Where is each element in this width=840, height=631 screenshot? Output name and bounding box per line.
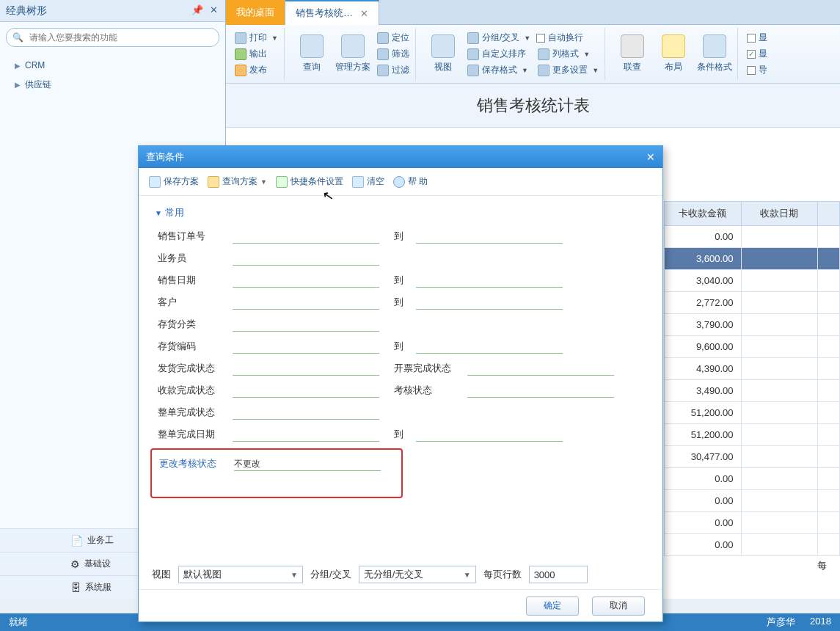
pin-icon[interactable]: 📌 [191, 4, 203, 15]
save-scheme-button[interactable]: 保存方案 [149, 175, 199, 188]
invoicestatus-input[interactable] [467, 361, 614, 376]
wholedate-from-input[interactable] [233, 427, 379, 442]
show2-checkbox[interactable]: ✓显 [747, 47, 767, 62]
saledate-to-input[interactable] [416, 273, 563, 288]
table-row[interactable]: 0.00 [665, 490, 840, 512]
table-row[interactable]: 0.00 [665, 534, 840, 556]
stockcat-input[interactable] [233, 317, 379, 332]
table-row[interactable]: 51,200.00 [665, 402, 840, 424]
locate-button[interactable]: 定位 [376, 31, 411, 45]
wholestatus-input[interactable] [233, 405, 379, 420]
row-shipstatus: 发货完成状态 开票完成状态 [152, 357, 649, 379]
salesman-input[interactable] [233, 251, 379, 266]
table-row[interactable]: 4,390.00 [665, 358, 840, 380]
tree-label: CRM [25, 60, 45, 70]
tree-item-supplychain[interactable]: ▶ 供应链 [6, 75, 219, 94]
search-box[interactable]: 🔍 [6, 28, 219, 47]
sidebar-close-icon[interactable]: ✕ [210, 4, 218, 15]
table-row[interactable]: 3,790.00 [665, 314, 840, 336]
help-button[interactable]: 帮 助 [393, 175, 428, 188]
customer-to-input[interactable] [416, 295, 563, 310]
table-row[interactable]: 30,477.00 [665, 446, 840, 468]
field-label: 收款完成状态 [152, 384, 233, 397]
colfmt-button[interactable]: 列格式▼ [536, 47, 600, 62]
search-input[interactable] [28, 32, 213, 43]
table-row[interactable]: 3,040.00 [665, 270, 840, 292]
dialog-close-icon[interactable]: ✕ [646, 151, 655, 163]
cell-amount: 3,600.00 [665, 248, 742, 269]
col-extra[interactable] [818, 202, 840, 225]
stockcode-to-input[interactable] [416, 339, 563, 354]
export-button[interactable]: 输出 [233, 47, 280, 62]
col-date[interactable]: 收款日期 [742, 202, 819, 225]
open-scheme-button[interactable]: 查询方案▼ [208, 175, 267, 188]
cell-amount: 51,200.00 [665, 424, 742, 445]
table-row[interactable]: 51,200.00 [665, 424, 840, 446]
orderno-to-input[interactable] [416, 229, 563, 244]
table-row[interactable]: 9,600.00 [665, 336, 840, 358]
ribbon-group-link: 联查 布局 条件格式 [610, 28, 738, 80]
table-row[interactable]: 0.00 [665, 226, 840, 248]
table-row[interactable]: 0.00 [665, 512, 840, 534]
btn-label: 保存格式 [482, 64, 517, 76]
print-button[interactable]: 打印▼ [233, 31, 280, 45]
quick-cond-button[interactable]: 快捷条件设置 [276, 175, 343, 188]
sort-icon [467, 48, 479, 60]
chevron-down-icon: ▼ [524, 34, 530, 42]
dialog-title-bar[interactable]: 查询条件 ✕ [139, 146, 662, 168]
show1-checkbox[interactable]: 显 [747, 31, 767, 45]
rows-input[interactable]: 3000 [529, 566, 588, 583]
row-stockcode: 存货编码 到 [152, 335, 649, 357]
chk-label: 导 [759, 64, 767, 76]
filter-button[interactable]: 筛选 [376, 47, 411, 62]
clear-button[interactable]: 清空 [352, 175, 384, 188]
lookup-button[interactable]: 联查 [614, 29, 651, 79]
sort-button[interactable]: 自定义排序 [466, 47, 532, 62]
cell-amount: 0.00 [665, 226, 742, 247]
ok-button[interactable]: 确定 [526, 597, 579, 616]
layout-button[interactable]: 布局 [655, 29, 692, 79]
view-select[interactable]: 默认视图 ▼ [178, 566, 303, 583]
shipstatus-input[interactable] [233, 361, 379, 376]
btn-label: 保存方案 [164, 175, 199, 188]
field-label: 客户 [152, 296, 233, 309]
section-common[interactable]: ▼ 常用 [152, 203, 649, 225]
more-button[interactable]: 更多设置▼ [536, 63, 600, 78]
sift-button[interactable]: 过滤 [376, 63, 411, 78]
export-icon [235, 48, 246, 60]
saledate-from-input[interactable] [233, 273, 379, 288]
cell-date [742, 336, 819, 357]
row-changeassess: 更改考核状态 不更改 [153, 453, 400, 475]
tab-desktop[interactable]: 我的桌面 [226, 0, 285, 25]
table-row[interactable]: 3,600.00 [665, 248, 840, 270]
autowrap-checkbox[interactable]: 自动换行 [536, 31, 600, 45]
table-row[interactable]: 0.00 [665, 468, 840, 490]
cell-extra [818, 358, 840, 379]
orderno-from-input[interactable] [233, 229, 379, 244]
view-button[interactable]: 视图 [425, 29, 461, 79]
table-row[interactable]: 2,772.00 [665, 292, 840, 314]
cancel-button[interactable]: 取消 [592, 597, 645, 616]
query-button[interactable]: 查询 [293, 29, 330, 79]
condfmt-button[interactable]: 条件格式 [696, 29, 733, 79]
publish-button[interactable]: 发布 [233, 63, 280, 78]
customer-from-input[interactable] [233, 295, 379, 310]
btn-label: 布局 [665, 61, 682, 73]
tab-close-icon[interactable]: ✕ [360, 8, 368, 19]
savefmt-button[interactable]: 保存格式▼ [466, 63, 532, 78]
cell-date [742, 358, 819, 379]
col-amount[interactable]: 卡收款金额 [665, 202, 742, 225]
group-button[interactable]: 分组/交叉▼ [466, 31, 532, 45]
tree-item-crm[interactable]: ▶ CRM [6, 56, 219, 75]
receiptstatus-input[interactable] [233, 383, 379, 398]
table-row[interactable]: 3,490.00 [665, 380, 840, 402]
stockcode-from-input[interactable] [233, 339, 379, 354]
scheme-button[interactable]: 管理方案 [335, 29, 371, 79]
changeassess-input[interactable]: 不更改 [234, 456, 381, 471]
cell-amount: 4,390.00 [665, 358, 742, 379]
group-select[interactable]: 无分组/无交叉 ▼ [359, 566, 476, 583]
tab-report[interactable]: 销售考核统… ✕ [285, 0, 379, 25]
assessstatus-input[interactable] [467, 383, 614, 398]
wholedate-to-input[interactable] [416, 427, 563, 442]
show3-checkbox[interactable]: 导 [747, 63, 767, 78]
